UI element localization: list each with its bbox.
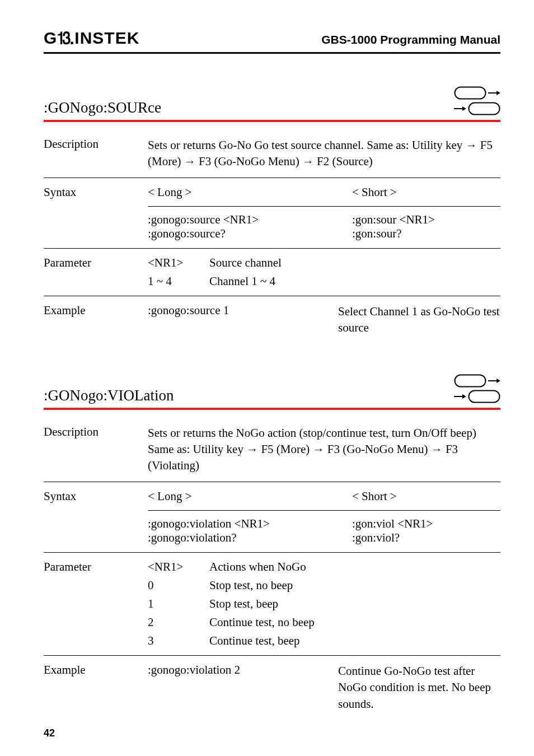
example-label: Example bbox=[44, 304, 148, 337]
command-section-gonogo-violation: :GONogo:VIOLation Description Sets or re… bbox=[44, 374, 500, 720]
description-row: Description Sets or returns Go-No Go tes… bbox=[44, 130, 500, 178]
param-entry: 3 Continue test, beep bbox=[148, 634, 500, 648]
description-row: Description Sets or returns the NoGo act… bbox=[44, 418, 500, 482]
svg-marker-8 bbox=[496, 379, 500, 383]
example-command: :gonogo:violation 2 bbox=[148, 663, 338, 712]
long-label: < Long > bbox=[148, 489, 352, 503]
param-key: <NR1> bbox=[148, 560, 209, 574]
param-entry: <NR1> Source channel bbox=[148, 256, 500, 270]
param-key: <NR1> bbox=[148, 256, 209, 270]
example-description: Continue Go-NoGo test after NoGo conditi… bbox=[338, 663, 500, 712]
param-val: Continue test, beep bbox=[209, 634, 500, 648]
syntax-row: Syntax < Long > < Short > :gonogo:source… bbox=[44, 178, 500, 249]
brand-logo: G⒔INSTEK bbox=[44, 27, 139, 50]
page-number: 42 bbox=[44, 727, 55, 739]
description-text: Sets or returns the NoGo action (stop/co… bbox=[148, 425, 500, 474]
svg-marker-10 bbox=[462, 394, 466, 399]
parameter-label: Parameter bbox=[44, 256, 148, 288]
param-key: 2 bbox=[148, 615, 209, 629]
section-title: :GONogo:VIOLation bbox=[44, 387, 174, 404]
param-entry: 0 Stop test, no beep bbox=[148, 578, 500, 592]
set-icon bbox=[454, 86, 500, 100]
syntax-label: Syntax bbox=[44, 185, 148, 241]
manual-title: GBS-1000 Programming Manual bbox=[321, 33, 500, 46]
example-label: Example bbox=[44, 663, 148, 712]
long-commands: :gonogo:violation <NR1> :gonogo:violatio… bbox=[148, 517, 352, 545]
svg-rect-11 bbox=[469, 390, 500, 402]
param-entry: 2 Continue test, no beep bbox=[148, 615, 500, 629]
syntax-commands-row: :gonogo:violation <NR1> :gonogo:violatio… bbox=[148, 510, 500, 545]
param-entry: 1 ~ 4 Channel 1 ~ 4 bbox=[148, 274, 500, 288]
svg-rect-0 bbox=[455, 87, 486, 99]
parameter-row: Parameter <NR1> Actions when NoGo 0 Stop… bbox=[44, 553, 500, 656]
svg-rect-5 bbox=[469, 103, 500, 115]
command-section-gonogo-source: :GONogo:SOURce Description Sets or retur… bbox=[44, 86, 500, 344]
param-key: 1 bbox=[148, 597, 209, 611]
query-icon bbox=[454, 390, 500, 403]
example-row: Example :gonogo:violation 2 Continue Go-… bbox=[44, 656, 500, 720]
param-key: 1 ~ 4 bbox=[148, 274, 209, 288]
section-header: :GONogo:SOURce bbox=[44, 86, 500, 122]
long-commands: :gonogo:source <NR1> :gonogo:source? bbox=[148, 213, 352, 241]
parameter-label: Parameter bbox=[44, 560, 148, 648]
param-val: Actions when NoGo bbox=[209, 560, 500, 574]
param-val: Channel 1 ~ 4 bbox=[209, 274, 500, 288]
description-label: Description bbox=[44, 425, 148, 474]
param-entry: <NR1> Actions when NoGo bbox=[148, 560, 500, 574]
section-header: :GONogo:VIOLation bbox=[44, 374, 500, 410]
short-label: < Short > bbox=[352, 185, 500, 199]
syntax-header-row: < Long > < Short > bbox=[148, 489, 500, 503]
set-icon bbox=[454, 374, 500, 388]
query-icon bbox=[454, 102, 500, 115]
parameter-row: Parameter <NR1> Source channel 1 ~ 4 Cha… bbox=[44, 249, 500, 296]
param-entry: 1 Stop test, beep bbox=[148, 597, 500, 611]
long-label: < Long > bbox=[148, 185, 352, 199]
svg-marker-4 bbox=[462, 106, 466, 111]
svg-rect-6 bbox=[455, 375, 486, 386]
page-header: G⒔INSTEK GBS-1000 Programming Manual bbox=[44, 27, 500, 54]
svg-marker-2 bbox=[496, 91, 500, 95]
syntax-header-row: < Long > < Short > bbox=[148, 185, 500, 199]
param-val: Stop test, beep bbox=[209, 597, 500, 611]
param-key: 0 bbox=[148, 578, 209, 592]
short-commands: :gon:viol <NR1> :gon:viol? bbox=[352, 517, 500, 545]
param-val: Continue test, no beep bbox=[209, 615, 500, 629]
set-query-icons bbox=[454, 86, 500, 115]
description-text: Sets or returns Go-No Go test source cha… bbox=[148, 137, 500, 170]
syntax-commands-row: :gonogo:source <NR1> :gonogo:source? :go… bbox=[148, 206, 500, 241]
syntax-row: Syntax < Long > < Short > :gonogo:violat… bbox=[44, 482, 500, 553]
param-val: Stop test, no beep bbox=[209, 578, 500, 592]
section-title: :GONogo:SOURce bbox=[44, 99, 161, 116]
short-commands: :gon:sour <NR1> :gon:sour? bbox=[352, 213, 500, 241]
syntax-label: Syntax bbox=[44, 489, 148, 545]
example-description: Select Channel 1 as Go-NoGo test source bbox=[338, 304, 500, 337]
example-row: Example :gonogo:source 1 Select Channel … bbox=[44, 296, 500, 344]
description-label: Description bbox=[44, 137, 148, 170]
short-label: < Short > bbox=[352, 489, 500, 503]
param-val: Source channel bbox=[209, 256, 500, 270]
param-key: 3 bbox=[148, 634, 209, 648]
example-command: :gonogo:source 1 bbox=[148, 304, 338, 337]
set-query-icons bbox=[454, 374, 500, 403]
